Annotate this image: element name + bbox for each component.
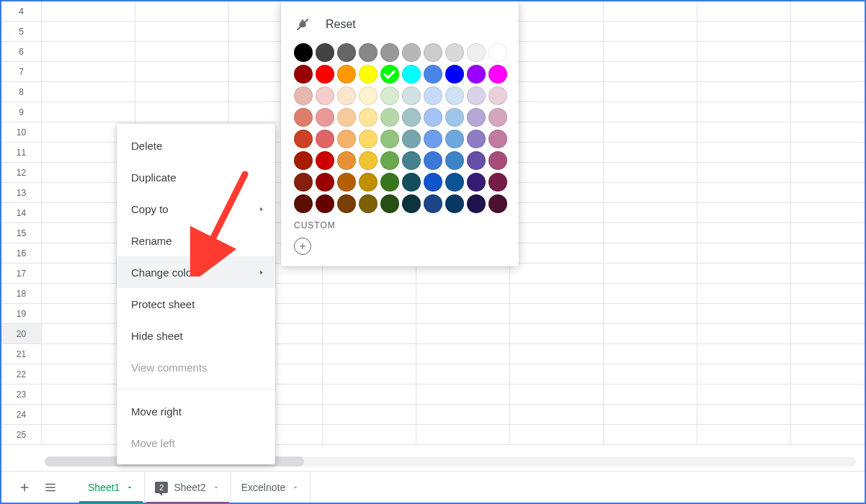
cell[interactable] [604, 22, 697, 41]
cell[interactable] [510, 122, 604, 142]
color-swatch[interactable] [380, 173, 399, 192]
color-swatch[interactable] [316, 86, 334, 105]
cell[interactable] [697, 183, 791, 202]
cell[interactable] [604, 264, 697, 283]
cell[interactable] [510, 183, 604, 202]
color-swatch[interactable] [380, 65, 399, 84]
color-swatch[interactable] [294, 86, 313, 105]
row-header[interactable]: 19 [1, 304, 42, 323]
color-swatch[interactable] [359, 86, 378, 105]
color-swatch[interactable] [337, 194, 356, 213]
cell[interactable] [510, 264, 604, 283]
color-swatch[interactable] [467, 43, 486, 62]
menu-item-duplicate[interactable]: Duplicate [117, 161, 275, 193]
cell[interactable] [604, 102, 697, 122]
color-swatch[interactable] [445, 151, 464, 170]
cell[interactable] [697, 163, 791, 182]
cell[interactable] [697, 203, 791, 222]
row-header[interactable]: 23 [1, 384, 42, 404]
cell[interactable] [697, 344, 791, 364]
color-swatch[interactable] [467, 65, 486, 84]
cell[interactable] [323, 344, 416, 364]
color-swatch[interactable] [359, 108, 378, 127]
cell[interactable] [791, 102, 866, 122]
cell[interactable] [510, 364, 604, 384]
color-swatch[interactable] [316, 65, 334, 84]
cell[interactable] [791, 425, 866, 444]
color-swatch[interactable] [337, 43, 356, 62]
cell[interactable] [791, 284, 866, 303]
color-swatch[interactable] [445, 108, 464, 127]
add-sheet-button[interactable] [12, 474, 37, 500]
color-swatch[interactable] [445, 130, 464, 148]
cell[interactable] [510, 243, 604, 263]
row-header[interactable]: 5 [1, 22, 42, 41]
cell[interactable] [604, 143, 697, 162]
cell[interactable] [604, 344, 697, 364]
cell[interactable] [604, 304, 697, 323]
cell[interactable] [791, 223, 866, 243]
color-swatch[interactable] [467, 108, 486, 127]
cell[interactable] [510, 405, 604, 424]
color-swatch[interactable] [294, 194, 313, 213]
cell[interactable] [135, 1, 229, 21]
cell[interactable] [510, 203, 604, 222]
color-swatch[interactable] [316, 173, 334, 192]
cell[interactable] [510, 62, 604, 81]
color-swatch[interactable] [445, 65, 464, 84]
cell[interactable] [510, 344, 604, 364]
cell[interactable] [323, 324, 416, 343]
color-swatch[interactable] [488, 65, 507, 84]
cell[interactable] [697, 1, 791, 21]
row-header[interactable]: 17 [1, 264, 42, 283]
color-swatch[interactable] [337, 173, 356, 192]
color-swatch[interactable] [424, 151, 442, 170]
color-swatch[interactable] [359, 151, 378, 170]
cell[interactable] [604, 324, 697, 343]
sheet-tab-sheet1[interactable]: Sheet1 [78, 472, 145, 503]
color-swatch[interactable] [467, 173, 486, 192]
cell[interactable] [791, 42, 866, 61]
color-swatch[interactable] [359, 194, 378, 213]
color-swatch[interactable] [424, 173, 442, 192]
tab-dropdown-icon[interactable] [125, 483, 134, 492]
cell[interactable] [791, 344, 866, 364]
color-swatch[interactable] [402, 86, 421, 105]
cell[interactable] [510, 1, 604, 21]
cell[interactable] [416, 384, 510, 404]
row-header[interactable]: 15 [1, 223, 42, 243]
cell[interactable] [510, 163, 604, 182]
cell[interactable] [510, 82, 604, 102]
color-swatch[interactable] [445, 86, 464, 105]
cell[interactable] [135, 42, 229, 61]
cell[interactable] [791, 122, 866, 142]
menu-item-move-right[interactable]: Move right [117, 395, 275, 427]
cell[interactable] [510, 223, 604, 243]
cell[interactable] [323, 264, 416, 283]
cell[interactable] [416, 324, 510, 343]
cell[interactable] [510, 324, 604, 343]
menu-item-copy-to[interactable]: Copy to [117, 193, 275, 225]
row-header[interactable]: 14 [1, 203, 42, 222]
cell[interactable] [416, 284, 510, 303]
cell[interactable] [135, 62, 229, 81]
cell[interactable] [135, 82, 229, 102]
cell[interactable] [791, 22, 866, 41]
cell[interactable] [42, 22, 135, 41]
color-swatch[interactable] [316, 194, 334, 213]
color-swatch[interactable] [488, 194, 507, 213]
color-swatch[interactable] [380, 151, 399, 170]
cell[interactable] [604, 163, 697, 182]
color-swatch[interactable] [380, 86, 399, 105]
color-swatch[interactable] [467, 151, 486, 170]
cell[interactable] [791, 183, 866, 202]
cell[interactable] [510, 143, 604, 162]
cell[interactable] [323, 304, 416, 323]
cell[interactable] [323, 284, 416, 303]
cell[interactable] [791, 243, 866, 263]
color-swatch[interactable] [488, 43, 507, 62]
color-swatch[interactable] [402, 173, 421, 192]
cell[interactable] [510, 304, 604, 323]
color-swatch[interactable] [445, 194, 464, 213]
color-swatch[interactable] [488, 130, 507, 148]
